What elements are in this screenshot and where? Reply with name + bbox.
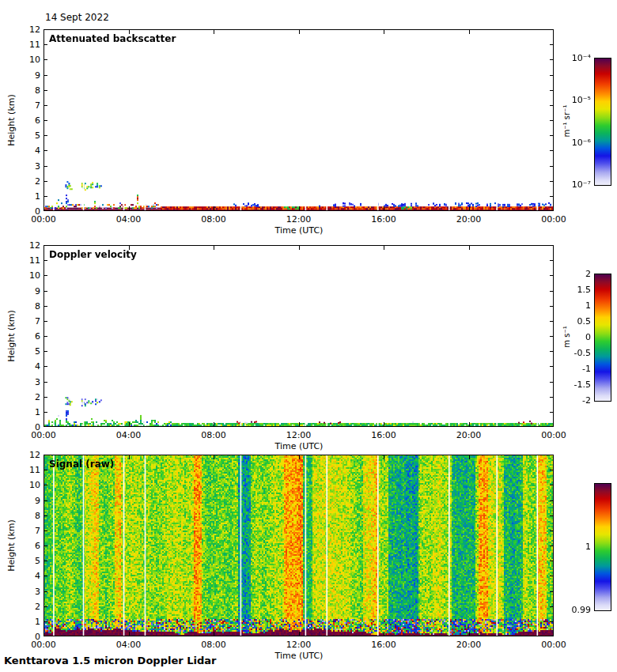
y-tick-label: 7: [17, 100, 40, 109]
y-tick-label: 7: [17, 316, 40, 325]
y-tick-label: 9: [17, 496, 40, 504]
y-tick-label: 10: [17, 481, 40, 489]
panel-title: Doppler velocity: [49, 249, 137, 260]
colorbar-tick-label: 10⁻⁵: [550, 96, 591, 104]
colorbar-tick-label: -2: [550, 396, 591, 405]
y-tick-label: 9: [17, 286, 40, 295]
y-tick-label: 8: [17, 301, 40, 310]
panel-attenuated-backscatter: Attenuated backscatter Height (km) Time …: [0, 29, 617, 266]
instrument-label: Kenttarova 1.5 micron Doppler Lidar: [4, 655, 216, 666]
signal-heatmap: [44, 455, 554, 636]
colorbar-tick-label: -1.5: [550, 380, 591, 389]
y-axis-label: Height (km): [6, 519, 17, 572]
x-tick-label: 20:00: [456, 431, 482, 440]
colorbar-tick-label: 1.5: [550, 285, 591, 294]
y-tick-label: 6: [17, 332, 40, 341]
x-tick-label: 08:00: [201, 640, 226, 649]
colorbar-tick-label: -1: [550, 364, 591, 373]
colorbar-tick-label: 10⁻⁶: [550, 138, 591, 146]
y-tick-label: 6: [17, 116, 40, 125]
y-tick-label: 5: [17, 131, 40, 140]
x-axis-label: Time (UTC): [275, 225, 324, 236]
x-tick-label: 00:00: [31, 640, 56, 649]
x-tick-label: 04:00: [116, 215, 142, 224]
y-tick-label: 5: [17, 347, 40, 356]
y-tick-label: 12: [17, 241, 40, 250]
colorbar-tick-label: 0.99: [550, 606, 591, 614]
y-tick-label: 5: [17, 557, 40, 565]
x-tick-label: 16:00: [371, 431, 396, 440]
colorbar-tick-label: 10⁻⁴: [550, 54, 591, 62]
date-label: 14 Sept 2022: [45, 12, 109, 23]
x-tick-label: 04:00: [116, 640, 142, 649]
x-tick-label: 00:00: [541, 215, 566, 224]
y-tick-label: 8: [17, 511, 40, 519]
colorbar: [594, 483, 611, 611]
x-tick-label: 00:00: [31, 215, 56, 224]
y-tick-label: 10: [17, 55, 40, 64]
y-tick-label: 2: [17, 392, 40, 401]
y-tick-label: 2: [17, 602, 40, 610]
x-tick-label: 04:00: [116, 431, 142, 440]
y-tick-label: 9: [17, 70, 40, 79]
colorbar: [594, 274, 611, 402]
x-tick-label: 12:00: [286, 431, 312, 440]
x-tick-label: 00:00: [541, 640, 566, 649]
y-axis-label: Height (km): [6, 94, 17, 146]
y-axis-label: Height (km): [6, 310, 17, 362]
colorbar-tick-label: 2: [550, 270, 591, 278]
y-tick-label: 12: [17, 451, 40, 459]
colorbar-tick-label: 1: [550, 542, 591, 551]
backscatter-heatmap: [44, 29, 554, 211]
x-tick-label: 16:00: [371, 215, 396, 224]
lidar-quicklook-page: 14 Sept 2022 Attenuated backscatter Heig…: [0, 0, 617, 672]
colorbar-tick-label: 1: [550, 301, 591, 310]
x-tick-label: 08:00: [201, 431, 226, 440]
panel-doppler-velocity: Doppler velocity Height (km) Time (UTC) …: [0, 245, 617, 482]
velocity-heatmap: [44, 245, 554, 427]
y-tick-label: 11: [17, 40, 40, 49]
panel-title: Attenuated backscatter: [49, 33, 176, 44]
x-tick-label: 00:00: [31, 431, 56, 440]
x-axis-label: Time (UTC): [275, 441, 324, 451]
y-tick-label: 11: [17, 466, 40, 474]
y-tick-label: 6: [17, 542, 40, 550]
y-tick-label: 8: [17, 85, 40, 94]
y-tick-label: 3: [17, 587, 40, 595]
y-tick-label: 11: [17, 256, 40, 265]
colorbar-tick-label: 0: [550, 333, 591, 342]
colorbar-tick-label: 10⁻⁷: [550, 180, 591, 189]
x-tick-label: 12:00: [286, 215, 312, 224]
y-tick-label: 3: [17, 377, 40, 386]
x-tick-label: 12:00: [286, 640, 312, 649]
colorbar-tick-label: -0.5: [550, 349, 591, 357]
x-tick-label: 00:00: [541, 431, 566, 440]
y-tick-label: 1: [17, 617, 40, 625]
panel-title: Signal (raw): [49, 459, 114, 470]
y-tick-label: 10: [17, 271, 40, 280]
panel-signal-raw: Signal (raw) Height (km) Time (UTC) 0123…: [0, 455, 617, 672]
y-tick-label: 12: [17, 25, 40, 34]
y-tick-label: 7: [17, 526, 40, 534]
colorbar: [594, 58, 611, 186]
y-tick-label: 3: [17, 161, 40, 170]
colorbar-tick-label: 0.5: [550, 317, 591, 326]
y-tick-label: 1: [17, 191, 40, 200]
x-axis-label: Time (UTC): [275, 651, 324, 661]
x-tick-label: 20:00: [456, 215, 482, 224]
y-tick-label: 1: [17, 407, 40, 416]
y-tick-label: 4: [17, 362, 40, 371]
x-tick-label: 20:00: [456, 640, 482, 649]
colorbar-unit-label: m⁻¹ sr⁻¹: [562, 105, 571, 138]
y-tick-label: 4: [17, 572, 40, 580]
x-tick-label: 08:00: [201, 215, 226, 224]
y-tick-label: 2: [17, 176, 40, 185]
x-tick-label: 16:00: [371, 640, 396, 649]
y-tick-label: 4: [17, 146, 40, 155]
